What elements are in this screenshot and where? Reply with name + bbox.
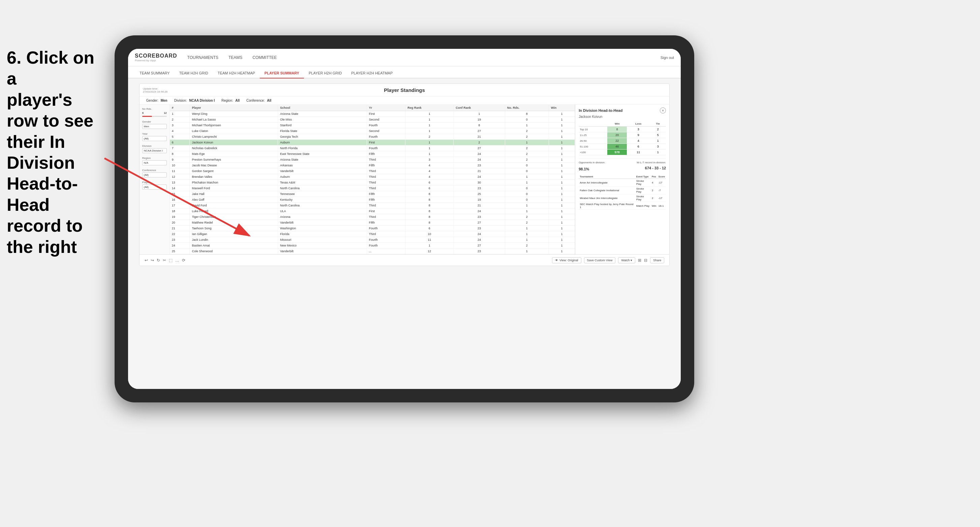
table-row[interactable]: 12 Brendan Valles Auburn Third 4 24 1 1 (170, 174, 575, 180)
h2h-col-range (579, 121, 607, 127)
player-table-area: # Player School Yr Reg Rank Conf Rank No… (170, 105, 575, 254)
cut-icon[interactable]: ✂ (163, 258, 166, 263)
sidebar-player: Player (All) (142, 181, 167, 190)
view-original-btn[interactable]: 👁 View: Original (552, 257, 581, 264)
tablet-frame: SCOREBOARD Powered by clippi TOURNAMENTS… (115, 35, 694, 402)
table-row[interactable]: 9 Preston Summerhays Arizona State Third… (170, 157, 575, 163)
sidebar-no-rds: No Rds. 6 12 (142, 108, 167, 117)
table-row[interactable]: 8 Mats Ege East Tennessee State Fifth 1 … (170, 151, 575, 157)
filter-conference-label: Conference: (247, 98, 264, 102)
no-rds-slider[interactable] (142, 116, 167, 117)
h2h-close-button[interactable]: × (660, 108, 666, 113)
eye-icon: 👁 (555, 259, 558, 262)
layout-icon[interactable]: ⊟ (644, 258, 648, 263)
sign-out-link[interactable]: Sign out (660, 56, 674, 60)
filter-conference: Conference: All (247, 98, 271, 102)
h2h-row: 51-100 46 6 3 (579, 144, 666, 149)
watch-btn[interactable]: Watch ▾ (618, 257, 635, 264)
h2h-stats-table: Win Loss Tie Top 10 8 3 2 11-25 20 9 5 (579, 121, 666, 155)
col-num: # (170, 105, 190, 111)
sidebar-year: Year (All) (142, 132, 167, 141)
grid-icon[interactable]: ⊞ (638, 258, 641, 263)
tab-player-summary[interactable]: PLAYER SUMMARY (260, 68, 304, 78)
col-no-rds: No. Rds. (505, 105, 549, 111)
tab-team-h2h-heatmap[interactable]: TEAM H2H HEATMAP (213, 68, 260, 78)
table-row[interactable]: 13 Phichaksn Maichon Texas A&M Third 6 3… (170, 180, 575, 186)
redo-icon-2[interactable]: ↻ (157, 258, 160, 263)
sidebar-division-val[interactable]: NCAA Division I (142, 148, 167, 153)
table-row[interactable]: 19 Tiger Christensen Arizona Third 8 23 … (170, 214, 575, 220)
table-row[interactable]: 11 Gordon Sargent Vanderbilt Third 4 21 … (170, 168, 575, 174)
filter-region-label: Region: (221, 98, 233, 102)
col-pos: Pos (651, 175, 657, 179)
sidebar-division-label: Division (142, 144, 167, 148)
col-tournament: Tournament (579, 175, 635, 179)
tab-player-h2h-grid[interactable]: PLAYER H2H GRID (304, 68, 347, 78)
filter-region: Region: All (221, 98, 240, 102)
sidebar-conference: Conference (All) (142, 169, 167, 178)
logo-text: SCOREBOARD (135, 53, 177, 59)
instruction-line1: 6. Click on a (7, 48, 94, 88)
table-row[interactable]: 22 Ian Gilligan Florida Third 10 24 1 1 (170, 231, 575, 237)
logo-subtitle: Powered by clippi (135, 59, 177, 62)
table-row[interactable]: 21 Taehoon Song Washington Fourth 6 23 1… (170, 225, 575, 231)
table-row[interactable]: 25 Cole Sherwood Vanderbilt ... 12 23 1 … (170, 249, 575, 254)
table-row[interactable]: 17 David Ford North Carolina Third 8 21 … (170, 203, 575, 208)
share-btn[interactable]: Share (650, 257, 664, 264)
filter-division: Division: NCAA Division I (174, 98, 215, 102)
tab-team-summary[interactable]: TEAM SUMMARY (135, 68, 175, 78)
toolbar: ↩ ↪ ↻ ✂ ⬚ … ⟳ 👁 View: Original Save Cust… (140, 254, 669, 266)
col-player: Player (190, 105, 278, 111)
table-row[interactable]: 5 Christo Lamprecht Georgia Tech Fourth … (170, 134, 575, 140)
table-row[interactable]: 24 Bastien Amat New Mexico Fourth 1 27 2… (170, 243, 575, 249)
table-row[interactable]: 1 Wenyi Ding Arizona State First 1 1 8 1 (170, 111, 575, 117)
table-row[interactable]: 3 Michael Thorbjornsen Stanford Fourth 1… (170, 122, 575, 128)
tournament-row: Fallen Oak Collegiate Invitational Strok… (579, 187, 666, 194)
copy-icon[interactable]: ⬚ (169, 258, 173, 263)
sidebar-region-val[interactable]: N/A (142, 160, 167, 165)
more-icon[interactable]: … (175, 258, 179, 263)
h2h-record: 674 - 33 - 12 (645, 166, 666, 170)
table-row[interactable]: 20 Matthew Riedel Vanderbilt Fifth 8 27 … (170, 220, 575, 225)
content-area: No Rds. 6 12 Gender Men (140, 105, 669, 254)
table-row[interactable]: 15 Jake Hall Tennessee Fifth 8 25 0 1 (170, 191, 575, 197)
instruction-line4: Head-to-Head (7, 174, 78, 214)
main-content: Update time: 27/03/2024 16:56:26 Player … (128, 78, 681, 389)
save-custom-btn[interactable]: Save Custom View (584, 257, 616, 264)
sidebar-conference-label: Conference (142, 169, 167, 172)
instruction-text: 6. Click on a player's row to see their … (0, 40, 105, 264)
view-original-label: View: Original (559, 259, 578, 262)
sidebar-year-val[interactable]: (All) (142, 136, 167, 141)
table-row[interactable]: 14 Maxwell Ford North Carolina Third 6 2… (170, 186, 575, 191)
table-row[interactable]: 2 Michael La Sasso Ole Miss Second 1 19 … (170, 117, 575, 122)
nav-tournaments[interactable]: TOURNAMENTS (188, 54, 218, 61)
undo-icon[interactable]: ↩ (145, 258, 148, 263)
table-row[interactable]: 4 Luke Claton Florida State Second 1 27 … (170, 128, 575, 134)
table-row[interactable]: 10 Jacob Mac Diease Arkansas Fifth 4 23 … (170, 163, 575, 168)
redo-icon-1[interactable]: ↪ (151, 258, 154, 263)
table-row[interactable]: 18 Luke Powell ULA First 8 24 1 1 (170, 208, 575, 214)
tab-player-h2h-heatmap[interactable]: PLAYER H2H HEATMAP (347, 68, 397, 78)
table-row[interactable]: 16 Alex Goff Kentucky Fifth 8 19 0 1 (170, 197, 575, 203)
sidebar-region: Region N/A (142, 157, 167, 165)
h2h-wlt-label: W-L-T record in-division: (636, 161, 666, 164)
table-row[interactable]: 6 Jackson Koivun Auburn First 1 2 1 1 (170, 140, 575, 146)
h2h-row: Top 10 8 3 2 (579, 127, 666, 132)
tab-team-h2h-grid[interactable]: TEAM H2H GRID (175, 68, 213, 78)
refresh-icon[interactable]: ⟳ (182, 258, 185, 263)
nav-committee[interactable]: COMMITTEE (252, 54, 277, 61)
panel-title: Player Standings (384, 87, 425, 93)
nav-right: Sign out (660, 56, 674, 60)
sidebar-gender-val[interactable]: Men (142, 124, 167, 129)
col-event-type: Event Type (635, 175, 651, 179)
h2h-col-tie: Tie (650, 121, 666, 127)
h2h-player-name: Jackson Koivun (579, 115, 666, 119)
no-rds-label: No Rds. (142, 108, 167, 110)
table-row[interactable]: 23 Jack Lundin Missouri Fourth 11 24 1 1 (170, 237, 575, 243)
sidebar-conference-val[interactable]: (All) (142, 172, 167, 178)
sidebar-player-val[interactable]: (All) (142, 184, 167, 190)
table-row[interactable]: 7 Nicholas Gabrelick North Florida Fourt… (170, 146, 575, 151)
h2h-opponents-label: Opponents in division: (579, 161, 605, 164)
nav-teams[interactable]: TEAMS (229, 54, 242, 61)
h2h-panel: In Division Head-to-Head × Jackson Koivu… (575, 105, 669, 254)
